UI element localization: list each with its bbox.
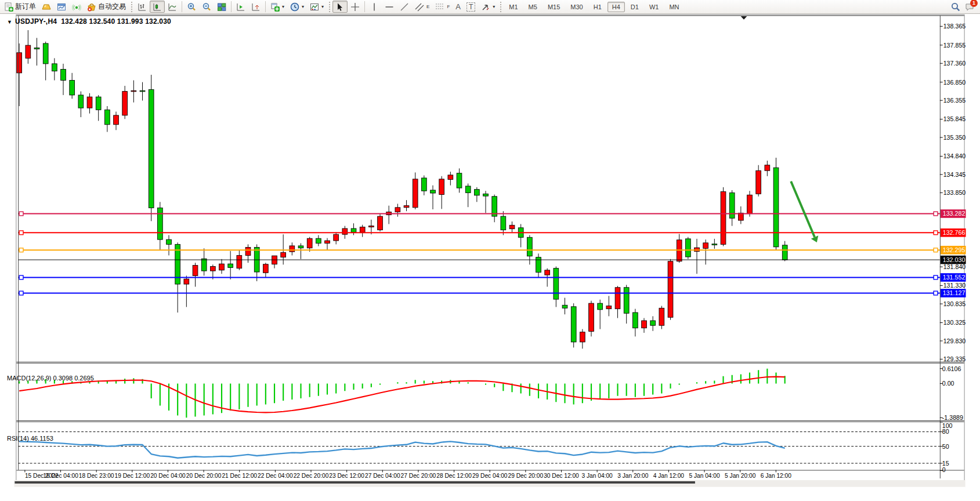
macd-indicator-label: MACD(12,26,9) 0.3098 0.2695 — [7, 375, 94, 382]
toolbar-separator — [182, 1, 182, 12]
new-order-button[interactable]: 新订单 — [1, 1, 39, 13]
svg-text:135.845: 135.845 — [943, 115, 966, 122]
svg-text:136.355: 136.355 — [943, 97, 966, 104]
channel-tool-label: E — [426, 4, 429, 9]
new-order-label: 新订单 — [15, 2, 36, 12]
svg-text:3 Jan 04:00: 3 Jan 04:00 — [582, 473, 613, 479]
svg-text:132.766: 132.766 — [943, 229, 965, 236]
toolbar-grip — [329, 2, 330, 12]
main-toolbar: 新订单 自动交易 — [0, 0, 980, 14]
gold-ingot-icon — [42, 2, 51, 12]
tf-button-M5[interactable]: M5 — [524, 2, 542, 12]
crosshair-tool-button[interactable] — [348, 1, 363, 13]
cursor-tool-button[interactable] — [332, 1, 348, 13]
svg-text:130.835: 130.835 — [943, 300, 966, 307]
svg-text:133.850: 133.850 — [943, 189, 966, 196]
zoom-out-button[interactable] — [199, 1, 214, 13]
svg-text:20 Dec 04:00: 20 Dec 04:00 — [150, 473, 186, 479]
tile-windows-button[interactable] — [214, 1, 229, 13]
svg-text:16 Dec 04:00: 16 Dec 04:00 — [43, 473, 78, 479]
svg-text:30 Dec 12:00: 30 Dec 12:00 — [544, 473, 579, 479]
svg-text:129.830: 129.830 — [943, 337, 966, 344]
templates-button[interactable]: ▾ — [307, 1, 327, 13]
svg-text:130.325: 130.325 — [943, 319, 966, 326]
autotrading-button[interactable]: 自动交易 — [84, 1, 129, 13]
vertical-line-icon — [370, 2, 379, 12]
horizontal-line-tool-button[interactable] — [382, 1, 397, 13]
tf-button-W1[interactable]: W1 — [645, 2, 664, 12]
toolbar-separator — [265, 1, 266, 12]
notifications-button[interactable]: 1 — [965, 2, 974, 12]
autotrading-icon — [87, 2, 96, 12]
svg-text:137.855: 137.855 — [943, 42, 966, 49]
tf-button-H4[interactable]: H4 — [607, 2, 625, 12]
tf-button-M30[interactable]: M30 — [566, 2, 587, 12]
chart-drawing-surface[interactable]: 133.282132.766132.295132.030131.552131.1… — [0, 14, 980, 501]
svg-text:5 Jan 20:00: 5 Jan 20:00 — [725, 473, 756, 479]
svg-text:132.030: 132.030 — [943, 256, 965, 263]
zoom-out-icon — [202, 2, 211, 12]
horizontal-scrollbar-thumb[interactable] — [15, 481, 695, 484]
tf-button-M1[interactable]: M1 — [504, 2, 522, 12]
signal-icon — [72, 2, 81, 12]
svg-text:137.360: 137.360 — [943, 60, 966, 67]
autotrading-label: 自动交易 — [98, 2, 126, 12]
svg-text:133.282: 133.282 — [943, 210, 965, 217]
svg-text:50: 50 — [942, 443, 949, 450]
deposit-button[interactable] — [39, 1, 54, 13]
svg-text:15: 15 — [942, 460, 949, 467]
chart-title: ▼USDJPY-,H4 132.428 132.540 131.993 132.… — [7, 17, 171, 26]
svg-text:129.335: 129.335 — [943, 355, 966, 362]
svg-text:131.330: 131.330 — [943, 282, 966, 289]
tf-button-MN[interactable]: MN — [664, 2, 684, 12]
tf-button-H1[interactable]: H1 — [589, 2, 606, 12]
svg-text:22 Dec 20:00: 22 Dec 20:00 — [294, 473, 329, 479]
timeframe-toolbar: M1M5M15M30H1H4D1W1MN — [504, 2, 684, 12]
svg-text:134.840: 134.840 — [943, 153, 966, 159]
search-icon[interactable] — [951, 2, 960, 12]
channel-tool-button[interactable]: E — [412, 1, 432, 13]
tf-button-D1[interactable]: D1 — [626, 2, 643, 12]
svg-text:-1.3889: -1.3889 — [942, 414, 963, 421]
text-label-tool-icon: T — [467, 2, 475, 12]
trendline-icon — [400, 2, 409, 12]
svg-text:18 Dec 23:00: 18 Dec 23:00 — [79, 473, 114, 479]
zoom-in-icon — [187, 2, 196, 12]
tf-button-M15[interactable]: M15 — [543, 2, 565, 12]
arrows-tool-button[interactable]: ▾ — [478, 1, 498, 13]
trendline-tool-button[interactable] — [397, 1, 412, 13]
svg-text:135.350: 135.350 — [943, 134, 966, 141]
periods-button[interactable]: ▾ — [287, 1, 307, 13]
chart-canvas[interactable]: 133.282132.766132.295132.030131.552131.1… — [0, 14, 980, 501]
signals-button[interactable] — [69, 1, 84, 13]
auto-scroll-button[interactable] — [233, 1, 248, 13]
fibonacci-tool-button[interactable]: F — [432, 1, 453, 13]
svg-text:138.365: 138.365 — [943, 23, 966, 30]
svg-text:29 Dec 20:00: 29 Dec 20:00 — [508, 473, 544, 479]
charts-window-button[interactable] — [54, 1, 69, 13]
svg-text:80: 80 — [942, 429, 949, 435]
candlestick-mode-button[interactable] — [150, 1, 165, 13]
rsi-indicator-label: RSI(14) 46.1153 — [7, 435, 53, 442]
text-tool-button[interactable]: A — [453, 1, 464, 13]
svg-text:5 Jan 04:00: 5 Jan 04:00 — [689, 473, 720, 479]
zoom-in-button[interactable] — [184, 1, 199, 13]
arrow-shapes-icon — [481, 2, 490, 12]
chart-shift-button[interactable] — [248, 1, 263, 13]
bar-chart-mode-button[interactable] — [135, 1, 150, 13]
line-chart-icon — [168, 2, 177, 12]
chart-symbol-period: USDJPY-,H4 — [15, 17, 57, 26]
new-chart-button[interactable]: ▾ — [267, 1, 287, 13]
line-chart-mode-button[interactable] — [165, 1, 180, 13]
svg-text:0.6106: 0.6106 — [942, 365, 961, 372]
clock-icon — [290, 2, 299, 12]
chart-collapse-icon[interactable]: ▼ — [7, 19, 12, 25]
text-label-tool-button[interactable]: T — [464, 1, 478, 13]
svg-text:3 Jan 20:00: 3 Jan 20:00 — [617, 473, 649, 479]
svg-text:21 Dec 12:00: 21 Dec 12:00 — [222, 473, 257, 479]
vertical-line-tool-button[interactable] — [367, 1, 382, 13]
chart-shift-icon — [251, 2, 261, 12]
svg-text:134.345: 134.345 — [943, 171, 966, 178]
svg-text:131.840: 131.840 — [943, 263, 966, 270]
svg-text:136.850: 136.850 — [943, 79, 966, 86]
